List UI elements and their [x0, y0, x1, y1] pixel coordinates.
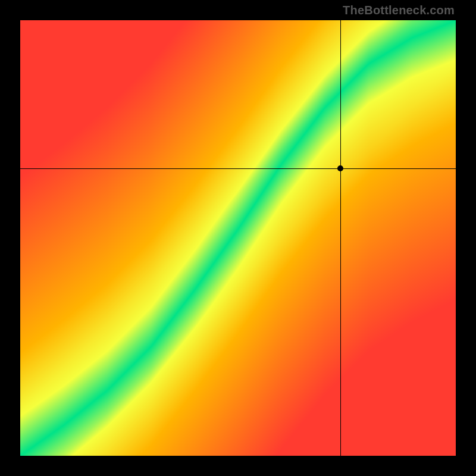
marker-dot	[337, 165, 343, 171]
plot-area	[20, 20, 456, 456]
watermark-text: TheBottleneck.com	[343, 4, 455, 17]
heatmap-canvas	[20, 20, 456, 456]
crosshair-vertical	[340, 20, 341, 456]
crosshair-horizontal	[20, 168, 456, 169]
chart-container: TheBottleneck.com	[0, 0, 476, 476]
